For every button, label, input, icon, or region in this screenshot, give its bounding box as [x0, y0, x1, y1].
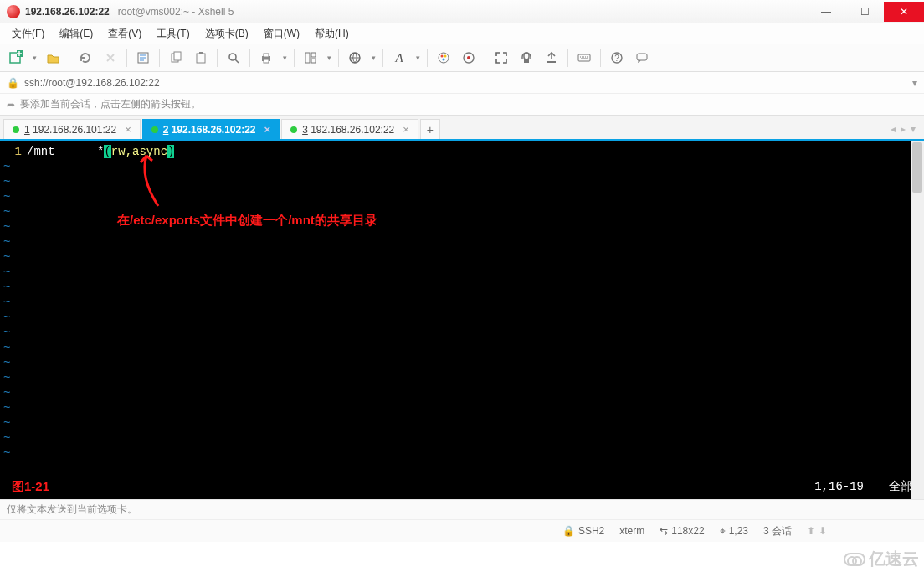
tilde-line: ~: [3, 325, 916, 340]
menu-tabs[interactable]: 选项卡(B): [200, 25, 254, 43]
dropdown-icon[interactable]: ▾: [280, 54, 289, 62]
tab-label: 192.168.26.101:22: [33, 124, 116, 136]
menu-tools[interactable]: 工具(T): [151, 25, 194, 43]
color-scheme-icon[interactable]: [433, 47, 454, 69]
menu-file[interactable]: 文件(F): [7, 25, 49, 43]
open-session-icon[interactable]: [42, 47, 64, 69]
tilde-line: ~: [3, 446, 916, 461]
svg-point-20: [467, 56, 470, 59]
dropdown-icon[interactable]: ▾: [912, 77, 917, 89]
menu-edit[interactable]: 编辑(E): [54, 25, 98, 43]
add-tab-button[interactable]: +: [420, 119, 440, 139]
tab-index: 3: [302, 124, 308, 136]
compose-hint[interactable]: 仅将文本发送到当前选项卡。: [7, 502, 137, 517]
tab-scroll-left-icon[interactable]: ◂: [891, 123, 896, 135]
terminal-scrollbar[interactable]: [911, 141, 924, 499]
tilde-line: ~: [3, 234, 916, 250]
find-icon[interactable]: [223, 47, 244, 69]
dropdown-icon[interactable]: ▾: [30, 54, 38, 62]
svg-rect-4: [174, 52, 181, 60]
separator: [567, 49, 568, 67]
tilde-line: ~: [3, 355, 916, 370]
help-icon[interactable]: ?: [606, 47, 628, 69]
tab-close-icon[interactable]: ×: [403, 123, 409, 136]
svg-point-7: [229, 54, 236, 60]
app-icon: [7, 5, 20, 18]
close-button[interactable]: ✕: [884, 2, 924, 22]
hint-text: 要添加当前会话，点击左侧的箭头按钮。: [20, 97, 201, 111]
layout-icon[interactable]: [300, 47, 321, 69]
svg-rect-6: [199, 52, 203, 54]
svg-rect-12: [311, 53, 316, 57]
session-tab-2[interactable]: 2 192.168.26.102:22 ×: [142, 119, 280, 139]
session-tab-1[interactable]: 1 192.168.26.101:22 ×: [3, 119, 141, 139]
line-number: 1: [3, 144, 22, 159]
watermark-icon: [844, 553, 865, 566]
tab-scroll-right-icon[interactable]: ▸: [901, 123, 906, 135]
menu-view[interactable]: 查看(V): [103, 25, 146, 43]
tab-strip: 1 192.168.26.101:22 × 2 192.168.26.102:2…: [0, 116, 924, 141]
forum-icon[interactable]: [631, 47, 653, 69]
copy-icon[interactable]: [165, 47, 187, 69]
watermark-text: 亿速云: [869, 548, 919, 570]
maximize-button[interactable]: ☐: [845, 2, 884, 22]
menu-window[interactable]: 窗口(W): [259, 25, 305, 43]
annotation-text: 在/etc/exports文件中创建一个/mnt的共享目录: [117, 213, 377, 228]
tab-close-icon[interactable]: ×: [264, 123, 271, 136]
new-session-icon[interactable]: [5, 47, 27, 69]
minimize-button[interactable]: —: [807, 2, 845, 22]
highlight-icon[interactable]: [458, 47, 480, 69]
add-session-arrow-icon[interactable]: ➦: [7, 99, 15, 111]
tab-list-dropdown-icon[interactable]: ▾: [911, 123, 916, 135]
scrollbar-thumb[interactable]: [912, 142, 922, 193]
address-bar: 🔒 ▾: [0, 72, 924, 94]
tab-scroll-arrows: ◂ ▸ ▾: [886, 119, 921, 139]
tilde-line: ~: [3, 415, 916, 430]
dropdown-icon[interactable]: ▾: [369, 54, 377, 62]
tilde-line: ~: [3, 340, 916, 355]
separator: [69, 49, 69, 67]
font-icon[interactable]: A: [388, 47, 410, 69]
tab-close-icon[interactable]: ×: [125, 123, 131, 136]
protocol-status: 🔒SSH2: [562, 525, 604, 537]
encoding-icon[interactable]: [344, 47, 366, 69]
dropdown-icon[interactable]: ▾: [325, 54, 333, 62]
term-size-status: ⇆118x22: [660, 525, 704, 537]
svg-point-15: [439, 53, 449, 63]
separator: [382, 49, 383, 67]
separator: [217, 49, 218, 67]
always-on-top-icon[interactable]: [541, 47, 562, 69]
tilde-line: ~: [3, 265, 916, 280]
svg-point-18: [443, 59, 445, 61]
svg-text:?: ?: [614, 54, 619, 63]
print-icon[interactable]: [255, 47, 277, 69]
window-controls: — ☐ ✕: [807, 2, 924, 22]
svg-rect-27: [637, 54, 647, 60]
lock-icon: 🔒: [562, 525, 575, 537]
tilde-line: ~: [3, 295, 916, 310]
svg-rect-5: [197, 54, 205, 63]
menu-help[interactable]: 帮助(H): [310, 25, 354, 43]
tab-label: 192.168.26.102:22: [172, 124, 256, 136]
session-tab-3[interactable]: 3 192.168.26.102:22 ×: [281, 119, 418, 139]
scroll-scope: 全部: [889, 479, 912, 494]
address-input[interactable]: [24, 77, 907, 89]
terminal[interactable]: 1/mnt *(rw,async) ~ ~ ~ ~ ~ ~ ~ ~ ~ ~ ~ …: [0, 141, 924, 499]
properties-icon[interactable]: [132, 47, 154, 69]
titlebar: 192.168.26.102:22 root@vms002:~ - Xshell…: [0, 0, 924, 23]
svg-rect-23: [547, 61, 556, 63]
reconnect-icon[interactable]: [74, 47, 96, 69]
tab-index: 2: [163, 124, 169, 136]
watermark: 亿速云: [844, 548, 919, 570]
paste-icon[interactable]: [190, 47, 212, 69]
disconnect-icon[interactable]: [100, 47, 121, 69]
cursor-status: ⌖1,23: [720, 525, 748, 537]
tilde-line: ~: [3, 310, 916, 325]
fullscreen-icon[interactable]: [490, 47, 512, 69]
svg-rect-9: [264, 54, 269, 57]
svg-rect-10: [264, 59, 269, 63]
dropdown-icon[interactable]: ▾: [413, 54, 422, 62]
keyboard-icon[interactable]: [573, 47, 595, 69]
svg-rect-24: [578, 54, 590, 61]
transparency-icon[interactable]: [516, 47, 537, 69]
